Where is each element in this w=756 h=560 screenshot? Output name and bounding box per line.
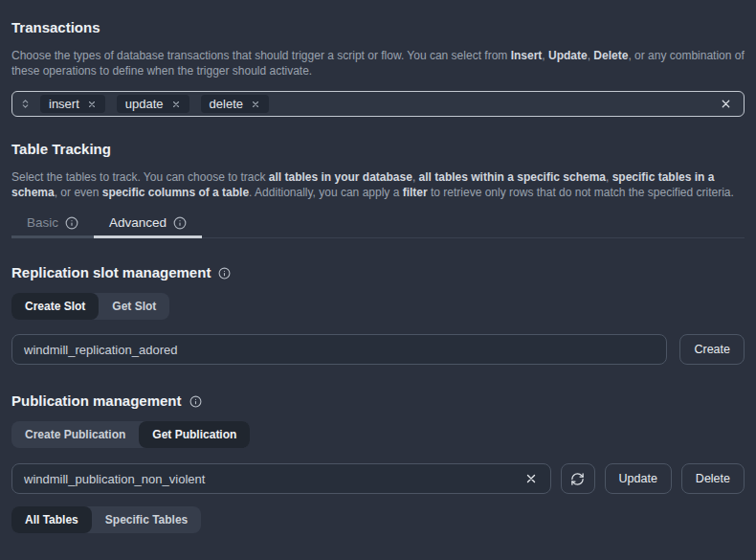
description-segment: , or even [55,186,102,199]
chevrons-up-down-icon[interactable] [20,99,31,109]
clear-input-button[interactable] [522,472,541,485]
trigger-config-panel: Transactions Choose the types of databas… [0,20,756,533]
publication-name-field [11,463,551,494]
slot-name-row: Create [11,334,745,365]
tracking-mode-tabs: Basic Advanced [11,214,745,238]
description-segment: Insert [511,49,543,62]
tab-advanced[interactable]: Advanced [94,214,202,238]
publication-name-row: Update Delete [11,463,745,494]
x-icon [171,100,181,109]
create-slot-button[interactable]: Create [679,334,745,365]
table-tracking-title: Table Tracking [11,142,745,157]
refresh-icon [570,472,585,486]
description-segment: Choose the types of database transaction… [11,49,511,62]
table-scope-toggle: All Tables Specific Tables [11,506,201,533]
transactions-title: Transactions [11,20,745,35]
tag-label: update [125,97,164,111]
tab-label: Advanced [109,215,167,230]
x-icon [251,100,260,109]
replication-slot-section: Replication slot management Create Slot … [11,265,745,365]
info-icon[interactable] [218,267,231,280]
selected-option-tag: delete [201,95,269,113]
toggle-option-get-publication[interactable]: Get Publication [139,421,250,448]
toggle-option-all-tables[interactable]: All Tables [11,506,92,533]
tag-label: insert [49,97,79,111]
info-icon[interactable] [189,395,202,408]
description-segment: Select the tables to track. You can choo… [11,170,269,184]
description-segment: Delete [593,49,628,62]
description-segment: , [606,170,612,184]
delete-button[interactable]: Delete [681,463,745,494]
description-segment: filter [403,186,428,199]
info-icon[interactable] [173,216,187,230]
info-icon[interactable] [65,216,78,230]
update-button[interactable]: Update [605,463,672,494]
tab-label: Basic [27,215,58,230]
title-text: Replication slot management [11,265,211,280]
table-tracking-section: Table Tracking Select the tables to trac… [11,142,745,238]
description-segment: Update [548,49,588,62]
toggle-option-get-slot[interactable]: Get Slot [99,293,169,320]
description-segment: to retrieve only rows that do not match … [428,186,734,199]
description-segment: all tables within a specific schema [419,170,606,184]
toggle-option-create-publication[interactable]: Create Publication [11,421,139,448]
tag-label: delete [210,97,243,111]
refresh-button[interactable] [561,463,595,494]
table-tracking-description: Select the tables to track. You can choo… [11,169,745,200]
remove-tag-button[interactable] [251,100,260,109]
selected-option-tag: insert [40,95,105,113]
transaction-type-multiselect[interactable]: insert update delete [11,91,745,117]
remove-tag-button[interactable] [171,100,181,109]
remove-tag-button[interactable] [87,100,97,109]
x-icon [720,98,732,110]
transactions-section: Transactions Choose the types of databas… [11,20,745,117]
description-segment: , [542,49,548,62]
clear-all-button[interactable] [720,98,732,110]
publication-section: Publication management Create Publicatio… [11,393,745,533]
selected-options: insert update delete [40,95,269,113]
description-segment: specific columns of a table [102,186,249,199]
description-segment: , [412,170,419,184]
toggle-option-specific-tables[interactable]: Specific Tables [92,506,201,533]
toggle-option-create-slot[interactable]: Create Slot [11,293,99,320]
selected-option-tag: update [117,95,189,113]
publication-mode-toggle: Create Publication Get Publication [11,421,250,448]
tab-basic[interactable]: Basic [11,214,94,238]
x-icon [87,100,97,109]
slot-name-input[interactable] [11,334,667,365]
title-text: Publication management [11,393,182,409]
replication-slot-title: Replication slot management [11,265,745,280]
x-icon [524,472,538,485]
description-segment: . Additionally, you can apply a [249,186,403,199]
transactions-description: Choose the types of database transaction… [11,48,745,78]
description-segment: all tables in your database [269,170,412,184]
publication-title: Publication management [11,393,745,409]
slot-mode-toggle: Create Slot Get Slot [11,293,169,320]
publication-name-input[interactable] [12,472,522,486]
